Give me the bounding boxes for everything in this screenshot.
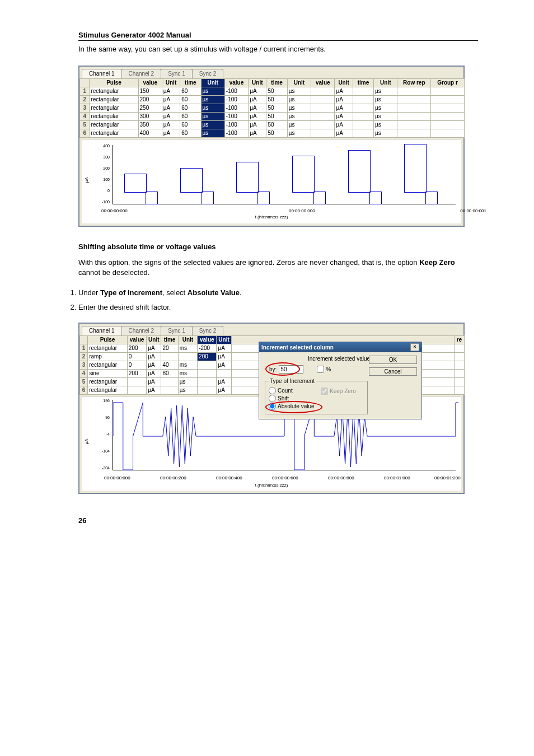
cancel-button[interactable]: Cancel (369, 367, 417, 376)
table-row[interactable]: 1rectangular150µA60µs-100µA50µsµAµs (80, 87, 465, 96)
table-row[interactable]: 2rectangular200µA60µs-100µA50µsµAµs (80, 96, 465, 104)
x-tick: 00:00:00:000 (101, 208, 128, 213)
dialog-titlebar: Increment selected column × (259, 342, 421, 352)
keep-zero-checkbox: Keep Zero (318, 386, 356, 396)
y-axis-label: µA (84, 438, 89, 444)
step-2: Enter the desired shift factor. (78, 302, 478, 314)
screenshot-panel-2: Channel 1 Channel 2 Sync 1 Sync 2 Pulse … (78, 323, 465, 494)
document-header: Stimulus Generator 4002 Manual (78, 31, 478, 41)
x-ticks: 00:00:00:000 00:00:00:200 00:00:00:400 0… (104, 475, 456, 482)
tabs: Channel 1 Channel 2 Sync 1 Sync 2 (79, 324, 463, 335)
grid-header-row: Pulse valueUnittimeUnit valueUnittimeUni… (80, 79, 465, 87)
tabs: Channel 1 Channel 2 Sync 1 Sync 2 (79, 67, 463, 78)
intro-text: In the same way, you can set up a stimul… (78, 44, 478, 54)
close-icon[interactable]: × (410, 343, 419, 351)
x-axis-label: t (hh:mm:ss:zzz) (82, 214, 461, 221)
tab-sync-1[interactable]: Sync 1 (161, 69, 193, 78)
radio-absolute[interactable]: Absolute value (269, 403, 364, 410)
chart-1: µA 400 300 200 100 0 -100 00:00:00:000 0… (82, 139, 461, 223)
tab-channel-2[interactable]: Channel 2 (121, 69, 162, 78)
type-of-increment-group: Type of Increment Count Shift Absolute v… (265, 378, 368, 414)
tab-sync-1[interactable]: Sync 1 (161, 326, 193, 335)
by-input[interactable] (279, 365, 303, 374)
pulse-grid[interactable]: Pulse valueUnittimeUnit valueUnittimeUni… (79, 78, 465, 138)
table-row[interactable]: 5rectangular350µA60µs-100µA50µsµAµs (80, 121, 465, 129)
tab-sync-2[interactable]: Sync 2 (192, 326, 224, 335)
step-1: Under Type of Increment, select Absolute… (78, 287, 478, 299)
percent-checkbox[interactable]: % (315, 364, 331, 375)
section-title: Shifting absolute time or voltage values (78, 242, 478, 251)
page-number: 26 (78, 516, 478, 525)
ok-button[interactable]: OK (369, 356, 417, 364)
dialog-title-text: Increment selected column (261, 344, 334, 351)
x-tick: 00:00:00:001 (460, 208, 486, 213)
tab-sync-2[interactable]: Sync 2 (192, 69, 224, 78)
section-paragraph: With this option, the signs of the selec… (78, 258, 478, 278)
x-axis-label: t (hh:mm:ss:zzz) (82, 483, 461, 489)
by-label: by: (269, 366, 277, 372)
increment-dialog: Increment selected column × Increment se… (259, 342, 422, 419)
instruction-list: Under Type of Increment, select Absolute… (67, 287, 478, 314)
tab-channel-2[interactable]: Channel 2 (121, 326, 162, 335)
tab-channel-1[interactable]: Channel 1 (82, 326, 122, 335)
table-row[interactable]: 4rectangular300µA60µs-100µA50µsµAµs (80, 113, 465, 121)
table-row[interactable]: 3rectangular250µA60µs-100µA50µsµAµs (80, 104, 465, 113)
y-axis-label: µA (84, 177, 89, 183)
tab-channel-1[interactable]: Channel 1 (82, 69, 122, 78)
group-legend: Type of Increment (269, 378, 316, 384)
x-tick: 00:00:00:000 (289, 208, 315, 213)
table-row[interactable]: 6rectangular400µA60µs-100µA50µsµAµs (80, 129, 465, 138)
screenshot-panel-1: Channel 1 Channel 2 Sync 1 Sync 2 Pulse … (78, 66, 465, 227)
